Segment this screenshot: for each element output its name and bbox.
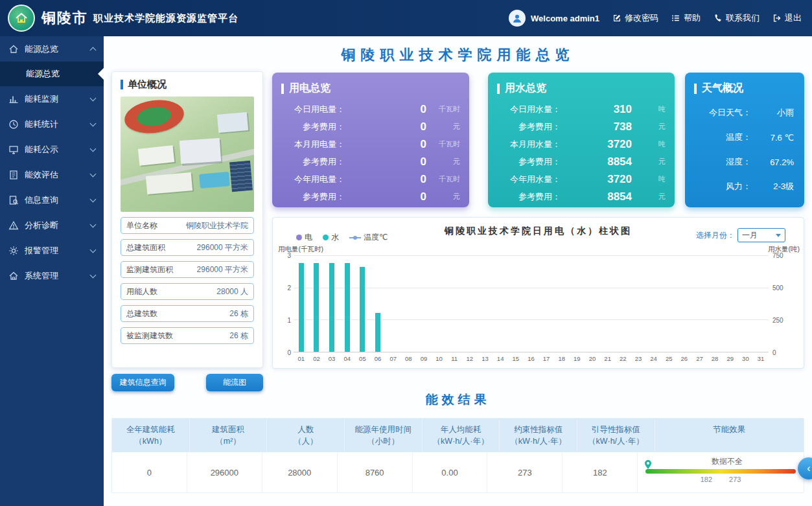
x-tick: 24 (646, 355, 662, 362)
sidebar-item-energy-evaluation[interactable]: 能效评估 (0, 162, 104, 187)
stat-row: 今年用电量： 0 千瓦时 (272, 170, 469, 188)
x-tick: 01 (294, 355, 309, 362)
logout-icon (772, 14, 782, 23)
table-cell: 0 (112, 452, 187, 492)
legend-electricity[interactable]: 电 (296, 232, 312, 243)
unit-field: 被监测建筑数 26 栋 (121, 327, 254, 344)
warning-icon (8, 220, 19, 231)
contact-us-button[interactable]: 联系我们 (713, 12, 760, 24)
sidebar-item-energy-publicity[interactable]: 能耗公示 (0, 137, 104, 162)
saving-effect-cell: 数据不全 182 273 (638, 452, 804, 492)
electricity-rows: 今日用电量： 0 千瓦时 参考费用： 0 元 本月用电量： 0 千瓦时 (272, 100, 469, 205)
column-header: 年人均能耗 （kW·h/人·年） (423, 419, 500, 452)
stat-row: 参考费用： 738 元 (488, 118, 675, 135)
weather-rows: 今日天气： 小雨 温度： 7.6 ℃ 湿度： 67.2% 风力： (685, 100, 804, 199)
bar-chart-icon (8, 94, 19, 104)
system-home-icon (8, 271, 19, 281)
chart-bar (329, 263, 334, 352)
stat-row: 今年用水量： 3720 吨 (488, 170, 675, 188)
sidebar-item-alarm-management[interactable]: 报警管理 (0, 238, 104, 263)
efficiency-table: 全年建筑能耗 （kWh） 建筑面积 （m²） 人数 （人） 能源年使用 (111, 418, 804, 493)
month-select-group: 选择月份： 一月 (696, 228, 785, 242)
header-right: Welcome admin1 修改密码 帮助 联系我们 退出 (509, 10, 812, 27)
chevron-down-icon (90, 170, 97, 177)
legend-water[interactable]: 水 (323, 232, 339, 243)
logout-button[interactable]: 退出 (772, 12, 802, 24)
x-tick: 26 (677, 355, 692, 362)
x-tick: 17 (539, 355, 554, 362)
column-header: 能源年使用时间 （小时） (345, 419, 423, 452)
y-tick: 250 (772, 317, 793, 324)
table-cell: 182 (563, 452, 638, 492)
weather-row: 今日天气： 小雨 (685, 100, 804, 125)
welcome-text: Welcome admin1 (531, 14, 599, 23)
building-info-query-button[interactable]: 建筑信息查询 (111, 374, 174, 391)
unit-field: 单位名称 铜陵职业技术学院 (121, 217, 254, 234)
sidebar-subitem-energy-overview[interactable]: 能源总览 (0, 62, 104, 86)
column-header: 建筑面积 （m²） (190, 419, 268, 452)
column-header: 全年建筑能耗 （kWh） (112, 419, 190, 452)
stat-row: 参考费用： 8854 元 (488, 153, 675, 170)
location-pin-icon (643, 459, 653, 470)
chevron-down-icon (90, 120, 97, 126)
unit-field: 监测建筑面积 296000 平方米 (121, 261, 254, 278)
efficiency-table-row: 02960002800087600.00273182 数据不全 182 273 (112, 452, 804, 492)
chevron-down-icon (90, 221, 97, 227)
phone-icon (713, 14, 723, 23)
x-tick: 02 (309, 355, 325, 362)
header-title-city: 铜陵市 (41, 8, 88, 28)
sidebar-item-analysis-diagnosis[interactable]: 分析诊断 (0, 213, 104, 238)
stat-row: 参考费用： 8854 元 (488, 188, 675, 205)
temperature-legend-marker (349, 237, 361, 238)
campus-photo (121, 97, 254, 212)
user-avatar[interactable] (509, 10, 526, 27)
chevron-down-icon (90, 145, 97, 152)
daily-usage-chart-panel: 铜陵职业技术学院日用电（水）柱状图 电 水 温度℃ 选择月份： 一月 (272, 217, 804, 369)
y-tick: 1 (275, 317, 291, 324)
table-cell: 273 (487, 452, 563, 492)
main-content: 铜陵职业技术学院用能总览 单位概况 单位名称 铜陵职业技术学院 总建筑面积 (104, 36, 812, 506)
stat-row: 本月用电量： 0 千瓦时 (272, 135, 469, 153)
platform-logo-icon (8, 5, 35, 32)
unit-fields: 单位名称 铜陵职业技术学院 总建筑面积 296000 平方米 监测建筑面积 29… (121, 217, 254, 344)
y-tick: 2 (275, 284, 291, 292)
document-icon (8, 170, 19, 180)
unit-panel-title: 单位概况 (121, 78, 254, 91)
x-tick: 28 (707, 355, 723, 362)
water-legend-marker (323, 235, 329, 240)
sidebar-item-system-management[interactable]: 系统管理 (0, 263, 104, 288)
clock-icon (8, 119, 19, 130)
change-password-button[interactable]: 修改密码 (612, 12, 658, 24)
chevron-down-icon (90, 95, 97, 101)
help-icon (671, 14, 680, 23)
x-tick: 04 (340, 355, 355, 362)
search-doc-icon (8, 195, 19, 205)
month-select[interactable]: 一月 (737, 228, 785, 242)
y-tick: 750 (772, 252, 793, 259)
help-button[interactable]: 帮助 (671, 12, 701, 24)
chart-plot (294, 255, 769, 352)
x-axis-labels: 0102030405060708091011121314151617181920… (294, 355, 769, 362)
chart-bar (345, 263, 350, 352)
effect-low-value: 182 (701, 476, 712, 483)
weather-card-title: 天气概况 (685, 79, 804, 100)
column-header: 引导性指标值 （kW·h/人·年） (577, 419, 655, 452)
chart-bar (314, 263, 319, 352)
table-cell: 0.00 (413, 452, 488, 492)
sidebar-item-energy-overview[interactable]: 能源总览 (0, 36, 104, 62)
electricity-overview-card: 用电总览 今日用电量： 0 千瓦时 参考费用： 0 元 (272, 73, 469, 207)
sidebar-item-energy-statistics[interactable]: 能耗统计 (0, 111, 104, 137)
x-tick: 11 (447, 355, 462, 362)
legend-temperature[interactable]: 温度℃ (349, 232, 388, 243)
y-tick: 500 (772, 284, 793, 292)
efficiency-table-header: 全年建筑能耗 （kWh） 建筑面积 （m²） 人数 （人） 能源年使用 (112, 419, 804, 452)
x-tick: 06 (370, 355, 386, 362)
x-tick: 12 (462, 355, 478, 362)
effect-status-text: 数据不全 (645, 456, 796, 467)
chevron-down-icon (90, 246, 97, 253)
sidebar-item-energy-monitoring[interactable]: 能耗监测 (0, 86, 104, 111)
energy-flow-button[interactable]: 能流图 (206, 374, 263, 391)
unit-field: 总建筑面积 296000 平方米 (121, 239, 254, 256)
x-tick: 27 (692, 355, 708, 362)
sidebar-item-info-query[interactable]: 信息查询 (0, 187, 104, 213)
